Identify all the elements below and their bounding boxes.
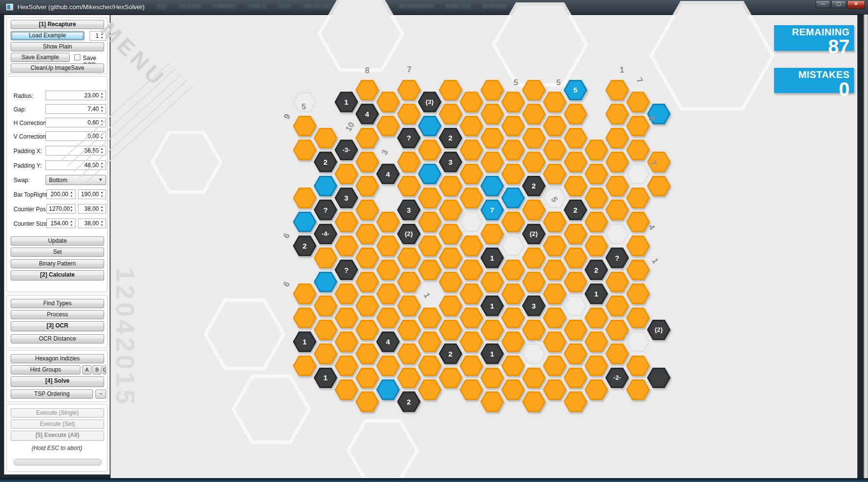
recapture-button[interactable]: [1] Recapture [11,20,104,29]
orange-cell[interactable] [626,140,650,160]
revealed-cell[interactable]: {3} [418,92,442,112]
hint-groups-button[interactable]: Hint Groups [11,365,80,374]
orange-cell[interactable] [356,176,379,197]
orange-cell[interactable] [564,152,588,172]
find-types-button[interactable]: Find Types [11,299,104,308]
orange-cell[interactable] [522,320,546,341]
revealed-cell[interactable]: 2 [397,391,421,412]
revealed-cell[interactable]: 2 [522,176,546,197]
hint-group-c-button[interactable]: C [103,365,106,374]
orange-cell[interactable] [605,80,629,101]
marked-cell[interactable] [418,116,442,137]
orange-cell[interactable] [585,164,608,185]
minimize-button[interactable]: — [816,1,830,8]
orange-cell[interactable] [460,235,483,256]
update-button[interactable]: Update [11,236,104,246]
revealed-cell[interactable]: 4 [356,104,379,124]
orange-cell[interactable] [543,92,567,112]
revealed-cell[interactable]: {2} [647,320,671,341]
orange-cell[interactable] [418,212,442,233]
orange-cell[interactable] [626,356,650,376]
revealed-cell[interactable]: 1 [480,343,504,364]
orange-cell[interactable] [356,368,379,389]
orange-cell[interactable] [543,308,567,328]
orange-cell[interactable] [501,356,525,376]
orange-cell[interactable] [543,116,567,137]
orange-cell[interactable] [585,235,608,256]
orange-cell[interactable] [522,152,546,172]
orange-cell[interactable] [439,80,463,101]
bar-topright-x-input[interactable]: 200,00▲▼ [46,189,76,199]
orange-cell[interactable] [397,272,421,293]
orange-cell[interactable] [356,391,379,412]
hexagon-indizies-button[interactable]: Hexagon Indizies [11,354,104,363]
orange-cell[interactable] [564,224,588,245]
orange-cell[interactable] [356,128,379,149]
revealed-cell[interactable]: 1 [314,368,338,389]
revealed-cell[interactable]: -4- [314,224,338,245]
orange-cell[interactable] [480,368,504,389]
orange-cell[interactable] [605,200,629,220]
revealed-cell[interactable]: ? [335,260,358,280]
orange-cell[interactable] [397,80,421,101]
orange-cell[interactable] [585,140,608,160]
orange-cell[interactable] [376,308,400,328]
maximize-button[interactable]: ▢ [831,1,846,8]
orange-cell[interactable] [376,212,400,233]
orange-cell[interactable] [585,212,608,233]
orange-cell[interactable] [480,391,504,412]
orange-cell[interactable] [522,368,546,389]
orange-cell[interactable] [460,260,483,280]
orange-cell[interactable] [418,187,442,208]
ocr-button[interactable]: [3] OCR [11,321,104,331]
orange-cell[interactable] [335,379,358,400]
orange-cell[interactable] [543,356,567,376]
orange-cell[interactable] [418,235,442,256]
orange-cell[interactable] [439,248,463,268]
orange-cell[interactable] [397,320,421,341]
revealed-cell[interactable]: 4 [376,164,400,185]
counter-pos-x-input[interactable]: 1270,00▲▼ [46,204,76,214]
orange-cell[interactable] [460,116,483,137]
orange-cell[interactable] [543,212,567,233]
orange-cell[interactable] [293,356,317,376]
orange-cell[interactable] [335,308,358,328]
revealed-cell[interactable]: 2 [314,152,338,172]
orange-cell[interactable] [605,128,629,149]
orange-cell[interactable] [626,379,650,400]
marked-cell[interactable] [418,164,442,185]
orange-cell[interactable] [522,200,546,220]
orange-cell[interactable] [543,260,567,280]
cleanup-imagesave-button[interactable]: CleanUp ImageSave [11,63,104,73]
orange-cell[interactable] [626,308,650,328]
orange-cell[interactable] [397,104,421,124]
orange-cell[interactable] [376,116,400,137]
orange-cell[interactable] [522,80,546,101]
revealed-cell[interactable]: ? [397,128,421,149]
orange-cell[interactable] [543,331,567,352]
orange-cell[interactable] [335,212,358,233]
execute-single-button[interactable]: Execute (Single) [11,408,104,418]
process-button[interactable]: Process [11,310,104,319]
execute-set-button[interactable]: Execute (Set) [11,420,104,429]
revealed-cell[interactable]: 1 [480,248,504,268]
orange-cell[interactable] [356,224,379,245]
orange-cell[interactable] [376,235,400,256]
orange-cell[interactable] [585,331,608,352]
orange-cell[interactable] [501,92,525,112]
orange-cell[interactable] [460,92,483,112]
orange-cell[interactable] [335,331,358,352]
orange-cell[interactable] [480,272,504,293]
load-example-button[interactable]: Load Example [11,31,84,40]
orange-cell[interactable] [418,356,442,376]
orange-cell[interactable] [480,224,504,245]
orange-cell[interactable] [293,140,317,160]
marked-cell[interactable] [293,212,317,233]
marked-cell[interactable] [314,176,338,197]
binary-pattern-button[interactable]: Binary Pattern [11,259,104,268]
revealed-cell[interactable]: 1 [335,92,358,112]
calculate-button[interactable]: [2] Calculate [11,270,104,280]
revealed-cell[interactable]: 3 [397,200,421,220]
save-example-button[interactable]: Save Example [11,53,70,62]
orange-cell[interactable] [543,164,567,185]
